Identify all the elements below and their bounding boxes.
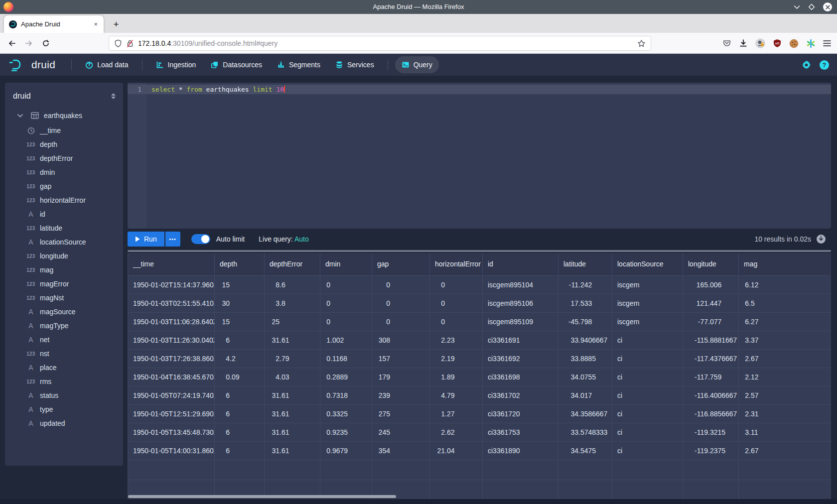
lock-slash-icon[interactable] bbox=[126, 39, 134, 48]
cell-gap[interactable]: 0 bbox=[372, 275, 430, 294]
cell-longitude[interactable]: -116.8856667 bbox=[683, 404, 739, 423]
cell-longitude[interactable]: -119.2375 bbox=[683, 441, 739, 460]
cell-depth[interactable]: 6 bbox=[215, 423, 265, 441]
cell-depthError[interactable]: 2.79 bbox=[265, 349, 320, 368]
cell-dmin[interactable]: 0.3325 bbox=[320, 404, 372, 423]
cell-__time[interactable]: 1950-01-03T11:26:30.040Z bbox=[128, 331, 215, 349]
cell-dmin[interactable]: 0.2889 bbox=[320, 368, 372, 386]
cell-horizontalError[interactable]: 1.89 bbox=[430, 368, 483, 386]
column-header-id[interactable]: id bbox=[483, 253, 558, 275]
bookmark-star-icon[interactable] bbox=[637, 39, 646, 48]
schema-column-latitude[interactable]: 123latitude bbox=[5, 221, 123, 235]
asterisk-extension-icon[interactable] bbox=[806, 39, 816, 48]
column-header-latitude[interactable]: latitude bbox=[558, 253, 612, 275]
cell-mag[interactable]: 6.27 bbox=[739, 312, 832, 331]
cell-mag[interactable]: 3.11 bbox=[739, 423, 832, 441]
forward-button[interactable] bbox=[22, 36, 36, 50]
cell-depthError[interactable]: 8.6 bbox=[265, 275, 320, 294]
cell-__time[interactable]: 1950-01-03T11:06:28.640Z bbox=[128, 312, 215, 331]
cell-depthError[interactable]: 3.8 bbox=[265, 294, 320, 312]
cell-__time[interactable]: 1950-01-03T17:26:38.860Z bbox=[128, 349, 215, 368]
schema-column-rms[interactable]: 123rms bbox=[5, 375, 123, 388]
cell-depth[interactable]: 0.09 bbox=[215, 368, 265, 386]
cell-depth[interactable]: 6 bbox=[215, 386, 265, 404]
cell-locationSource[interactable]: ci bbox=[612, 386, 683, 404]
cell-locationSource[interactable]: ci bbox=[612, 423, 683, 441]
sql-text[interactable]: select * from earthquakes limit 10 bbox=[151, 85, 285, 94]
ublock-icon[interactable]: uO bbox=[773, 39, 782, 48]
cell-horizontalError[interactable]: 0 bbox=[430, 275, 483, 294]
schema-column-magSource[interactable]: AmagSource bbox=[5, 305, 123, 319]
cell-mag[interactable]: 3.37 bbox=[739, 331, 832, 349]
cell-latitude[interactable]: 34.0755 bbox=[558, 368, 612, 386]
schema-column-updated[interactable]: Aupdated bbox=[5, 416, 123, 430]
schema-column-magNst[interactable]: 123magNst bbox=[5, 291, 123, 305]
cell-depthError[interactable]: 31.61 bbox=[265, 423, 320, 441]
cell-latitude[interactable]: 34.3586667 bbox=[558, 404, 612, 423]
column-header-depth[interactable]: depth bbox=[215, 253, 265, 275]
cell-locationSource[interactable]: iscgem bbox=[612, 294, 683, 312]
cell-mag[interactable]: 2.57 bbox=[739, 386, 832, 404]
cell-gap[interactable]: 275 bbox=[372, 404, 430, 423]
cell-horizontalError[interactable]: 21.04 bbox=[430, 441, 483, 460]
cell-depthError[interactable]: 4.03 bbox=[265, 368, 320, 386]
cell-id[interactable]: ci3361692 bbox=[483, 349, 558, 368]
window-maximize-icon[interactable] bbox=[808, 3, 815, 10]
column-header-mag[interactable]: mag bbox=[739, 253, 832, 275]
schema-column-depthError[interactable]: 123depthError bbox=[5, 151, 123, 165]
schema-column-net[interactable]: Anet bbox=[5, 333, 123, 347]
cell-id[interactable]: ci3361691 bbox=[483, 331, 558, 349]
cell-gap[interactable]: 354 bbox=[372, 441, 430, 460]
cell-dmin[interactable]: 0.9679 bbox=[320, 441, 372, 460]
cookie-icon[interactable] bbox=[789, 39, 799, 48]
nav-item-segments[interactable]: Segments bbox=[271, 56, 327, 73]
schema-column-mag[interactable]: 123mag bbox=[5, 263, 123, 277]
cell-mag[interactable]: 6.5 bbox=[739, 294, 832, 312]
cell-dmin[interactable]: 0.9235 bbox=[320, 423, 372, 441]
cell-__time[interactable]: 1950-01-05T13:45:48.730Z bbox=[128, 423, 215, 441]
reload-button[interactable] bbox=[39, 36, 53, 50]
cell-id[interactable]: iscgem895106 bbox=[483, 294, 558, 312]
schema-table-earthquakes[interactable]: earthquakes bbox=[5, 109, 123, 123]
cell-longitude[interactable]: -119.3215 bbox=[683, 423, 739, 441]
live-query-value[interactable]: Auto bbox=[294, 235, 309, 243]
cell-gap[interactable]: 245 bbox=[372, 423, 430, 441]
cell-mag[interactable]: 2.67 bbox=[739, 349, 832, 368]
cell-dmin[interactable]: 0 bbox=[320, 275, 372, 294]
cell-__time[interactable]: 1950-01-02T15:14:37.960Z bbox=[128, 275, 215, 294]
cell-horizontalError[interactable]: 2.23 bbox=[430, 331, 483, 349]
cell-locationSource[interactable]: ci bbox=[612, 349, 683, 368]
column-header-__time[interactable]: __time bbox=[128, 253, 215, 275]
cell-depth[interactable]: 6 bbox=[215, 441, 265, 460]
cell-depth[interactable]: 30 bbox=[215, 294, 265, 312]
cell-__time[interactable]: 1950-01-04T16:38:45.670Z bbox=[128, 368, 215, 386]
nav-item-load-data[interactable]: Load data bbox=[79, 56, 135, 73]
pocket-icon[interactable] bbox=[722, 39, 731, 48]
cell-horizontalError[interactable]: 0 bbox=[430, 312, 483, 331]
cell-dmin[interactable]: 0 bbox=[320, 312, 372, 331]
cell-horizontalError[interactable]: 1.27 bbox=[430, 404, 483, 423]
column-header-depthError[interactable]: depthError bbox=[265, 253, 320, 275]
cell-locationSource[interactable]: iscgem bbox=[612, 275, 683, 294]
schema-column-magError[interactable]: 123magError bbox=[5, 277, 123, 291]
horizontal-scrollbar[interactable] bbox=[128, 495, 396, 498]
cell-gap[interactable]: 0 bbox=[372, 294, 430, 312]
cell-mag[interactable]: 2.12 bbox=[739, 368, 832, 386]
cell-locationSource[interactable]: ci bbox=[612, 441, 683, 460]
schema-column-dmin[interactable]: 123dmin bbox=[5, 165, 123, 179]
window-close-icon[interactable] bbox=[823, 2, 832, 11]
url-text[interactable]: 172.18.0.4:30109/unified-console.html#qu… bbox=[138, 39, 633, 47]
cell-__time[interactable]: 1950-01-03T02:51:55.410Z bbox=[128, 294, 215, 312]
cell-id[interactable]: ci3361698 bbox=[483, 368, 558, 386]
cell-depthError[interactable]: 31.61 bbox=[265, 404, 320, 423]
cell-horizontalError[interactable]: 2.62 bbox=[430, 423, 483, 441]
cell-depth[interactable]: 15 bbox=[215, 312, 265, 331]
cell-locationSource[interactable]: ci bbox=[612, 368, 683, 386]
cell-longitude[interactable]: -116.4006667 bbox=[683, 386, 739, 404]
cell-latitude[interactable]: 34.017 bbox=[558, 386, 612, 404]
cell-mag[interactable]: 2.31 bbox=[739, 404, 832, 423]
column-header-locationSource[interactable]: locationSource bbox=[612, 253, 683, 275]
run-button[interactable]: Run bbox=[128, 232, 164, 247]
cell-locationSource[interactable]: ci bbox=[612, 331, 683, 349]
cell-mag[interactable]: 6.12 bbox=[739, 275, 832, 294]
